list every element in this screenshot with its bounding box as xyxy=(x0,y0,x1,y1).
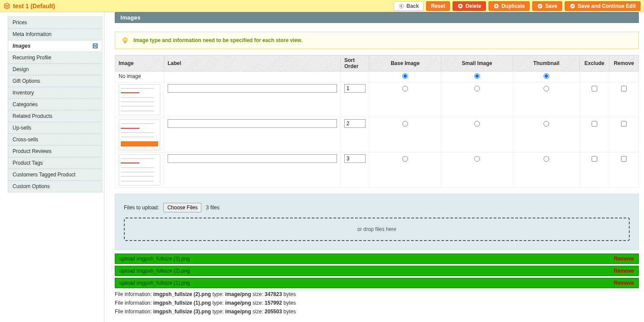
check-icon xyxy=(570,3,576,9)
duplicate-button[interactable]: Duplicate xyxy=(489,1,530,11)
main-content: Images Image type and information need t… xyxy=(104,12,644,322)
svg-point-0 xyxy=(399,3,403,8)
th-label: Label xyxy=(164,55,341,72)
lightbulb-icon xyxy=(121,36,129,44)
small-image-radio[interactable] xyxy=(474,156,480,162)
th-small-image: Small Image xyxy=(441,55,513,72)
choose-files-button[interactable]: Choose Files xyxy=(163,203,201,212)
sidebar-item-customers-tagged-product[interactable]: Customers Tagged Product xyxy=(8,169,102,181)
sidebar-item-design[interactable]: Design xyxy=(8,64,102,75)
notice-box: Image type and information need to be sp… xyxy=(115,32,639,49)
uploaded-file-row: upload imgpsh_fullsize (3).pngRemove xyxy=(115,254,639,264)
base-image-radio[interactable] xyxy=(402,121,408,127)
uploaded-file-row: upload imgpsh_fullsize (2).pngRemove xyxy=(115,266,639,276)
save-continue-button-label: Save and Continue Edit xyxy=(578,3,636,9)
back-button[interactable]: Back xyxy=(394,1,424,11)
plus-icon xyxy=(493,3,499,9)
sidebar-item-categories[interactable]: Categories xyxy=(8,99,102,111)
file-info-block: File information: imgpsh_fullsize (2).pn… xyxy=(115,290,639,316)
files-to-upload-label: Files to upload: xyxy=(124,205,159,211)
sidebar-item-custom-options[interactable]: Custom Options xyxy=(8,181,102,192)
exclude-checkbox[interactable] xyxy=(592,86,597,91)
th-exclude: Exclude xyxy=(580,55,609,72)
save-button[interactable]: Save xyxy=(532,1,562,11)
file-info-line: File information: imgpsh_fullsize (1).pn… xyxy=(115,299,639,307)
table-row xyxy=(115,153,639,188)
file-info-line: File information: imgpsh_fullsize (2).pn… xyxy=(115,290,639,299)
image-thumbnail[interactable] xyxy=(119,119,160,150)
uploaded-file-label: upload imgpsh_fullsize (2).png xyxy=(120,268,190,274)
dropzone[interactable]: or drop files here xyxy=(124,218,630,241)
th-base-image: Base Image xyxy=(369,55,441,72)
table-row xyxy=(115,117,639,153)
sidebar-item-prices[interactable]: Prices xyxy=(8,17,102,29)
image-thumbnail[interactable] xyxy=(119,84,160,115)
th-thumbnail: Thumbnail xyxy=(513,55,580,72)
sidebar-item-gift-options[interactable]: Gift Options xyxy=(8,75,102,87)
sidebar-item-inventory[interactable]: Inventory xyxy=(8,87,102,99)
thumb-image-radio[interactable] xyxy=(544,86,549,91)
remove-uploaded-link[interactable]: Remove xyxy=(614,268,634,274)
duplicate-button-label: Duplicate xyxy=(502,3,525,9)
section-header: Images xyxy=(115,12,639,23)
small-image-radio-none[interactable] xyxy=(474,73,480,79)
th-remove: Remove xyxy=(609,55,639,72)
uploaded-files-block: upload imgpsh_fullsize (3).pngRemoveuplo… xyxy=(115,254,639,288)
remove-checkbox[interactable] xyxy=(621,121,627,127)
th-image: Image xyxy=(115,55,164,72)
check-icon xyxy=(537,3,543,9)
sidebar-item-meta-information[interactable]: Meta Information xyxy=(8,29,102,40)
table-row-no-image: No image xyxy=(115,72,639,82)
label-input[interactable] xyxy=(168,84,337,93)
base-image-radio-none[interactable] xyxy=(402,73,408,79)
sidebar-item-cross-sells[interactable]: Cross-sells xyxy=(8,134,102,146)
uploaded-file-label: upload imgpsh_fullsize (1).png xyxy=(120,280,190,286)
exclude-checkbox[interactable] xyxy=(592,121,597,127)
th-sort-order: Sort Order xyxy=(341,55,369,72)
back-arrow-icon xyxy=(398,3,405,9)
small-image-radio[interactable] xyxy=(474,121,480,127)
sort-order-input[interactable] xyxy=(344,119,366,128)
reset-button-label: Reset xyxy=(431,3,445,9)
label-input[interactable] xyxy=(168,119,337,128)
uploaded-file-row: upload imgpsh_fullsize (1).pngRemove xyxy=(115,278,639,288)
expand-up-down-icon[interactable] xyxy=(92,43,98,49)
sidebar: PricesMeta InformationImagesRecurring Pr… xyxy=(0,12,104,322)
exclude-checkbox[interactable] xyxy=(592,156,597,162)
uploaded-file-label: upload imgpsh_fullsize (3).png xyxy=(120,256,190,262)
thumb-image-radio[interactable] xyxy=(544,121,549,127)
page-title: test 1 (Default) xyxy=(13,3,55,10)
base-image-radio[interactable] xyxy=(402,156,408,162)
remove-uploaded-link[interactable]: Remove xyxy=(614,280,634,286)
thumbnail-radio-none[interactable] xyxy=(544,73,549,79)
product-cube-icon xyxy=(3,3,10,10)
sort-order-input[interactable] xyxy=(344,154,366,163)
delete-button[interactable]: Delete xyxy=(453,1,486,11)
sidebar-item-product-reviews[interactable]: Product Reviews xyxy=(8,146,102,157)
sort-order-input[interactable] xyxy=(344,84,366,93)
label-input[interactable] xyxy=(168,154,337,163)
no-image-cell: No image xyxy=(115,72,164,82)
upload-area: Files to upload: Choose Files 3 files or… xyxy=(115,194,639,250)
notice-message: Image type and information need to be sp… xyxy=(133,37,302,43)
save-continue-button[interactable]: Save and Continue Edit xyxy=(565,1,641,11)
sidebar-item-recurring-profile[interactable]: Recurring Profile xyxy=(8,52,102,64)
table-row xyxy=(115,82,639,117)
remove-checkbox[interactable] xyxy=(621,86,627,91)
svg-rect-7 xyxy=(124,42,126,43)
base-image-radio[interactable] xyxy=(402,86,408,91)
remove-uploaded-link[interactable]: Remove xyxy=(614,256,634,262)
image-thumbnail[interactable] xyxy=(119,154,160,185)
sidebar-item-product-tags[interactable]: Product Tags xyxy=(8,157,102,169)
sidebar-item-images[interactable]: Images xyxy=(8,40,102,52)
delete-x-icon xyxy=(457,3,463,9)
delete-button-label: Delete xyxy=(466,3,481,9)
top-bar: test 1 (Default) Back Reset Delete Dupli… xyxy=(0,0,644,12)
sidebar-item-related-products[interactable]: Related Products xyxy=(8,111,102,122)
sidebar-item-up-sells[interactable]: Up-sells xyxy=(8,122,102,134)
small-image-radio[interactable] xyxy=(474,86,480,91)
thumb-image-radio[interactable] xyxy=(544,156,549,162)
save-button-label: Save xyxy=(545,3,557,9)
remove-checkbox[interactable] xyxy=(621,156,627,162)
reset-button[interactable]: Reset xyxy=(426,1,450,11)
